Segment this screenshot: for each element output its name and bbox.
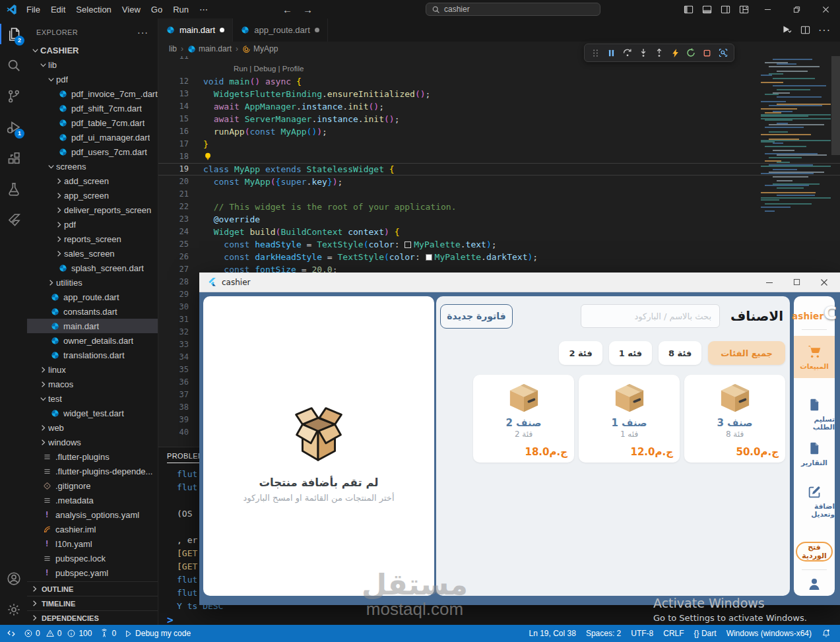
tree-item-pdf-table-7cm-dart[interactable]: pdf_table_7cm.dart: [27, 115, 158, 130]
toggle-panel-icon[interactable]: [697, 0, 716, 18]
tree-item-pdf-users-7cm-dart[interactable]: pdf_users_7cm.dart: [27, 144, 158, 159]
stop-icon[interactable]: [700, 46, 715, 60]
explorer-more-actions-icon[interactable]: ···: [137, 27, 148, 38]
app-minimize-icon[interactable]: [765, 278, 773, 286]
sidebar-item-add-edit[interactable]: اضافة وتعديل: [794, 481, 835, 522]
tree-item-screens[interactable]: screens: [27, 159, 158, 174]
drag-handle-icon[interactable]: [588, 46, 602, 60]
tree-item-l10n-yaml[interactable]: !l10n.yaml: [27, 536, 158, 551]
tree-item-translations-dart[interactable]: translations.dart: [27, 348, 158, 362]
product-card-3[interactable]: صنف 2فئة 2ج.م18.0: [473, 375, 574, 463]
tree-item-utilities[interactable]: utilities: [27, 275, 158, 290]
activity-flutter-icon[interactable]: [0, 205, 27, 236]
ports-status[interactable]: 0: [100, 629, 116, 638]
new-invoice-button[interactable]: فاتورة جديدة: [440, 304, 513, 329]
product-search-input[interactable]: [581, 304, 720, 328]
debug-status[interactable]: Debug my code: [124, 629, 191, 638]
tree-item-pubspec-lock[interactable]: pubspec.lock: [27, 551, 158, 565]
minimap[interactable]: [761, 56, 831, 222]
status-crlf[interactable]: CRLF: [663, 629, 684, 638]
widget-inspector-icon[interactable]: [716, 46, 730, 60]
breadcrumb-main-dart[interactable]: main.dart: [187, 44, 232, 53]
activity-files-icon[interactable]: 2: [0, 18, 27, 49]
notifications-bell-icon[interactable]: [822, 629, 831, 638]
pause-icon[interactable]: [604, 46, 618, 60]
tree-item-splash-screen-dart[interactable]: splash_screen.dart: [27, 261, 158, 275]
activity-source-control-icon[interactable]: [0, 80, 27, 112]
section-outline[interactable]: OUTLINE: [27, 581, 158, 596]
step-into-icon[interactable]: [636, 46, 651, 60]
tree-item-analysis-options-yaml[interactable]: !analysis_options.yaml: [27, 507, 158, 522]
product-card-1[interactable]: صنف 3فئة 8ج.م50.0: [684, 375, 785, 463]
tree-item-add-screen[interactable]: add_screen: [27, 174, 158, 188]
tree-item-owner-details-dart[interactable]: owner_details.dart: [27, 333, 158, 348]
tree-item-deliver-reports-screen[interactable]: deliver_reports_screen: [27, 203, 158, 217]
app-maximize-icon[interactable]: [793, 278, 800, 286]
toggle-sidebar-icon[interactable]: [679, 0, 697, 18]
chip-category-2[interactable]: فئة 2: [559, 341, 602, 365]
tree-item-pdf-shift-7cm-dart[interactable]: pdf_shift_7cm.dart: [27, 101, 158, 115]
section-dependencies[interactable]: DEPENDENCIES: [27, 610, 158, 625]
product-card-2[interactable]: صنف 1فئه 1ج.م12.0: [579, 375, 680, 463]
chip-category-1[interactable]: فئه 1: [609, 341, 652, 365]
menu-selection[interactable]: Selection: [71, 3, 116, 16]
status-utf-8[interactable]: UTF-8: [631, 629, 653, 638]
close-button[interactable]: [811, 0, 840, 18]
run-or-debug-icon[interactable]: [782, 25, 792, 36]
problems-status[interactable]: 0 0 100: [24, 629, 92, 638]
activity-run-debug-icon[interactable]: 1: [0, 112, 27, 143]
lightbulb-icon[interactable]: [203, 152, 212, 161]
tree-item-cashier-iml[interactable]: cashier.iml: [27, 522, 158, 536]
section-timeline[interactable]: TIMELINE: [27, 596, 158, 610]
forward-arrow-icon[interactable]: →: [303, 4, 313, 15]
app-close-icon[interactable]: [820, 278, 828, 286]
activity-settings-icon[interactable]: [0, 594, 27, 625]
step-over-icon[interactable]: [620, 46, 635, 60]
app-titlebar[interactable]: cashier: [199, 273, 840, 292]
tree-item-flutter-plugins-depende[interactable]: .flutter-plugins-depende...: [27, 464, 158, 478]
tree-item-main-dart[interactable]: main.dart: [27, 319, 158, 333]
remote-indicator-icon[interactable]: [7, 629, 16, 638]
chip-category-8[interactable]: فئة 8: [659, 341, 701, 365]
tree-item-gitignore[interactable]: .gitignore: [27, 478, 158, 493]
tree-item-test[interactable]: test: [27, 391, 158, 406]
status-windows-windows-x64[interactable]: Windows (windows-x64): [727, 629, 812, 638]
tab-main-dart[interactable]: main.dart: [158, 18, 233, 42]
tree-item-reports-screen[interactable]: reports_screen: [27, 232, 158, 246]
tree-item-app-route-dart[interactable]: app_route.dart: [27, 290, 158, 304]
activity-extensions-icon[interactable]: [0, 143, 27, 174]
activity-search-icon[interactable]: [0, 49, 27, 80]
editor-scrollbar[interactable]: [831, 56, 840, 155]
tree-item-sales-screen[interactable]: sales_screen: [27, 246, 158, 261]
status-spaces-2[interactable]: Spaces: 2: [586, 629, 621, 638]
tab-app-route-dart[interactable]: app_route.dart: [233, 18, 328, 42]
activity-testing-icon[interactable]: [0, 174, 27, 205]
tree-item-pdf-ui-manager-dart[interactable]: pdf_ui_manager.dart: [27, 130, 158, 144]
tree-item-web[interactable]: web: [27, 420, 158, 435]
tree-item-linux[interactable]: linux: [27, 362, 158, 377]
command-center-search[interactable]: cashier: [426, 3, 600, 16]
restart-icon[interactable]: [684, 46, 698, 60]
tree-item-cashier[interactable]: CASHIER: [27, 43, 158, 57]
editor-more-actions-icon[interactable]: ···: [818, 24, 831, 36]
menu-go[interactable]: Go: [146, 3, 168, 16]
menu-run[interactable]: Run: [168, 3, 194, 16]
tree-item-windows[interactable]: windows: [27, 435, 158, 449]
tree-item-lib[interactable]: lib: [27, 57, 158, 72]
toggle-secondary-sidebar-icon[interactable]: [716, 0, 734, 18]
user-profile-icon[interactable]: [794, 576, 835, 592]
sidebar-item-reports[interactable]: التقارير: [794, 437, 835, 470]
status-dart[interactable]: {} Dart: [694, 629, 717, 638]
back-arrow-icon[interactable]: ←: [282, 4, 292, 15]
tree-item-pdf[interactable]: pdf: [27, 72, 158, 86]
tree-item-pdf-invoice-7cm-dart[interactable]: pdf_invoice_7cm_.dart: [27, 86, 158, 101]
menu-view[interactable]: View: [117, 3, 146, 16]
tree-item-pdf[interactable]: pdf: [27, 217, 158, 232]
sidebar-item-deliver-order[interactable]: تسليم الطلب: [794, 394, 835, 435]
menu-item[interactable]: ⋯: [194, 3, 213, 16]
split-editor-icon[interactable]: [800, 25, 810, 35]
customize-layout-icon[interactable]: [734, 0, 753, 18]
tree-item-widget-test-dart[interactable]: widget_test.dart: [27, 406, 158, 420]
breadcrumb-myapp[interactable]: MyApp: [242, 44, 278, 53]
tree-item-pubspec-yaml[interactable]: !pubspec.yaml: [27, 565, 158, 580]
